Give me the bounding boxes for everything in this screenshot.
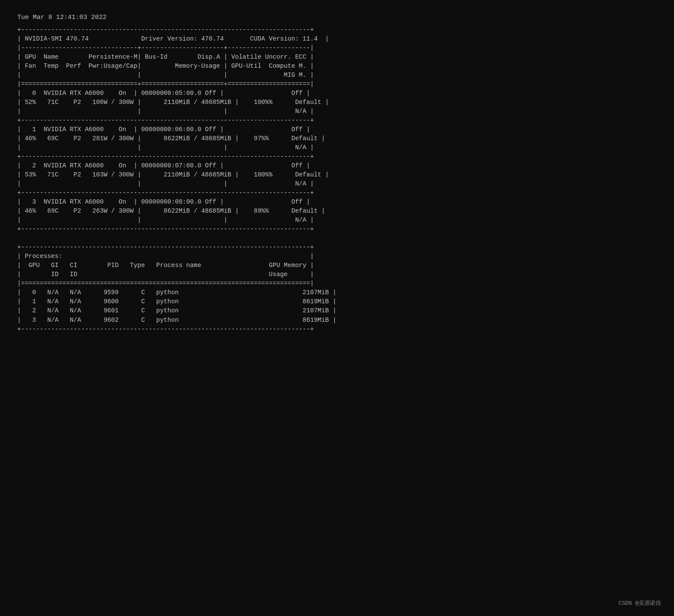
terminal-window: Tue Mar 8 12:41:03 2022 +---------------… [17,13,656,334]
nvidia-smi-output: +---------------------------------------… [17,25,656,334]
watermark: CSDN @吴源诺信 [618,600,661,607]
timestamp: Tue Mar 8 12:41:03 2022 [17,13,656,22]
